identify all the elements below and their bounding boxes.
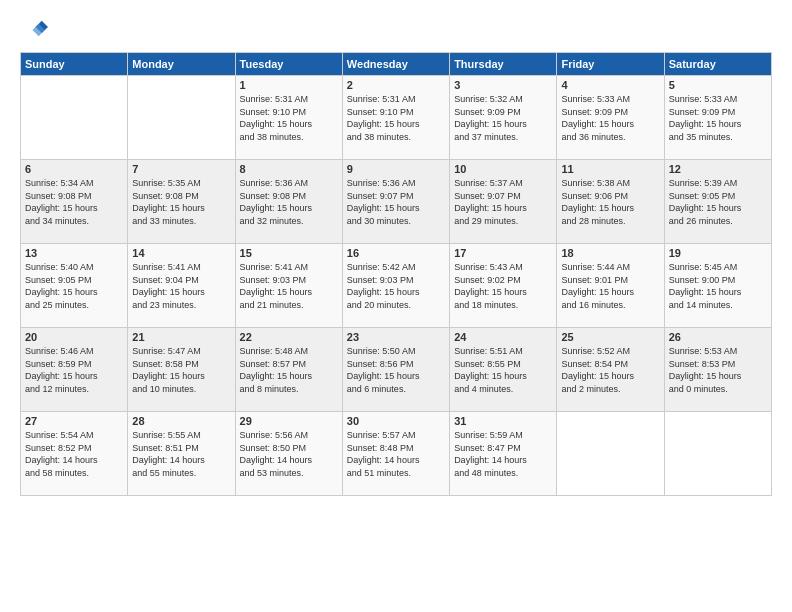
week-row-5: 27Sunrise: 5:54 AM Sunset: 8:52 PM Dayli… (21, 412, 772, 496)
day-info: Sunrise: 5:32 AM Sunset: 9:09 PM Dayligh… (454, 93, 552, 143)
logo-icon (20, 16, 48, 44)
day-info: Sunrise: 5:37 AM Sunset: 9:07 PM Dayligh… (454, 177, 552, 227)
day-number: 16 (347, 247, 445, 259)
header-day-wednesday: Wednesday (342, 53, 449, 76)
day-info: Sunrise: 5:31 AM Sunset: 9:10 PM Dayligh… (240, 93, 338, 143)
calendar-cell: 13Sunrise: 5:40 AM Sunset: 9:05 PM Dayli… (21, 244, 128, 328)
calendar-cell: 10Sunrise: 5:37 AM Sunset: 9:07 PM Dayli… (450, 160, 557, 244)
week-row-1: 1Sunrise: 5:31 AM Sunset: 9:10 PM Daylig… (21, 76, 772, 160)
calendar-page: SundayMondayTuesdayWednesdayThursdayFrid… (0, 0, 792, 612)
day-number: 4 (561, 79, 659, 91)
calendar-cell: 15Sunrise: 5:41 AM Sunset: 9:03 PM Dayli… (235, 244, 342, 328)
day-info: Sunrise: 5:52 AM Sunset: 8:54 PM Dayligh… (561, 345, 659, 395)
logo (20, 16, 52, 44)
day-info: Sunrise: 5:38 AM Sunset: 9:06 PM Dayligh… (561, 177, 659, 227)
day-info: Sunrise: 5:41 AM Sunset: 9:03 PM Dayligh… (240, 261, 338, 311)
header-day-saturday: Saturday (664, 53, 771, 76)
calendar-cell: 3Sunrise: 5:32 AM Sunset: 9:09 PM Daylig… (450, 76, 557, 160)
header-day-friday: Friday (557, 53, 664, 76)
day-number: 5 (669, 79, 767, 91)
calendar-cell: 18Sunrise: 5:44 AM Sunset: 9:01 PM Dayli… (557, 244, 664, 328)
day-number: 14 (132, 247, 230, 259)
day-info: Sunrise: 5:53 AM Sunset: 8:53 PM Dayligh… (669, 345, 767, 395)
day-number: 23 (347, 331, 445, 343)
day-number: 1 (240, 79, 338, 91)
day-info: Sunrise: 5:36 AM Sunset: 9:07 PM Dayligh… (347, 177, 445, 227)
calendar-cell (128, 76, 235, 160)
day-info: Sunrise: 5:55 AM Sunset: 8:51 PM Dayligh… (132, 429, 230, 479)
day-info: Sunrise: 5:51 AM Sunset: 8:55 PM Dayligh… (454, 345, 552, 395)
day-info: Sunrise: 5:36 AM Sunset: 9:08 PM Dayligh… (240, 177, 338, 227)
day-number: 21 (132, 331, 230, 343)
calendar-cell: 4Sunrise: 5:33 AM Sunset: 9:09 PM Daylig… (557, 76, 664, 160)
calendar-cell (664, 412, 771, 496)
day-number: 24 (454, 331, 552, 343)
header-day-monday: Monday (128, 53, 235, 76)
day-number: 3 (454, 79, 552, 91)
day-number: 13 (25, 247, 123, 259)
day-info: Sunrise: 5:48 AM Sunset: 8:57 PM Dayligh… (240, 345, 338, 395)
week-row-3: 13Sunrise: 5:40 AM Sunset: 9:05 PM Dayli… (21, 244, 772, 328)
day-info: Sunrise: 5:40 AM Sunset: 9:05 PM Dayligh… (25, 261, 123, 311)
day-number: 19 (669, 247, 767, 259)
day-number: 7 (132, 163, 230, 175)
calendar-cell: 17Sunrise: 5:43 AM Sunset: 9:02 PM Dayli… (450, 244, 557, 328)
day-number: 15 (240, 247, 338, 259)
calendar-cell: 31Sunrise: 5:59 AM Sunset: 8:47 PM Dayli… (450, 412, 557, 496)
day-info: Sunrise: 5:43 AM Sunset: 9:02 PM Dayligh… (454, 261, 552, 311)
calendar-cell: 22Sunrise: 5:48 AM Sunset: 8:57 PM Dayli… (235, 328, 342, 412)
header (20, 16, 772, 44)
day-number: 30 (347, 415, 445, 427)
calendar-cell: 12Sunrise: 5:39 AM Sunset: 9:05 PM Dayli… (664, 160, 771, 244)
day-info: Sunrise: 5:54 AM Sunset: 8:52 PM Dayligh… (25, 429, 123, 479)
calendar-table: SundayMondayTuesdayWednesdayThursdayFrid… (20, 52, 772, 496)
day-number: 26 (669, 331, 767, 343)
day-number: 18 (561, 247, 659, 259)
day-number: 8 (240, 163, 338, 175)
day-info: Sunrise: 5:39 AM Sunset: 9:05 PM Dayligh… (669, 177, 767, 227)
day-number: 22 (240, 331, 338, 343)
calendar-cell: 21Sunrise: 5:47 AM Sunset: 8:58 PM Dayli… (128, 328, 235, 412)
calendar-cell: 6Sunrise: 5:34 AM Sunset: 9:08 PM Daylig… (21, 160, 128, 244)
day-info: Sunrise: 5:35 AM Sunset: 9:08 PM Dayligh… (132, 177, 230, 227)
week-row-2: 6Sunrise: 5:34 AM Sunset: 9:08 PM Daylig… (21, 160, 772, 244)
day-info: Sunrise: 5:47 AM Sunset: 8:58 PM Dayligh… (132, 345, 230, 395)
day-info: Sunrise: 5:59 AM Sunset: 8:47 PM Dayligh… (454, 429, 552, 479)
day-number: 6 (25, 163, 123, 175)
day-number: 17 (454, 247, 552, 259)
day-info: Sunrise: 5:50 AM Sunset: 8:56 PM Dayligh… (347, 345, 445, 395)
calendar-cell: 7Sunrise: 5:35 AM Sunset: 9:08 PM Daylig… (128, 160, 235, 244)
calendar-cell: 5Sunrise: 5:33 AM Sunset: 9:09 PM Daylig… (664, 76, 771, 160)
day-number: 12 (669, 163, 767, 175)
day-info: Sunrise: 5:42 AM Sunset: 9:03 PM Dayligh… (347, 261, 445, 311)
day-info: Sunrise: 5:33 AM Sunset: 9:09 PM Dayligh… (669, 93, 767, 143)
calendar-cell: 2Sunrise: 5:31 AM Sunset: 9:10 PM Daylig… (342, 76, 449, 160)
calendar-cell: 8Sunrise: 5:36 AM Sunset: 9:08 PM Daylig… (235, 160, 342, 244)
calendar-cell: 11Sunrise: 5:38 AM Sunset: 9:06 PM Dayli… (557, 160, 664, 244)
day-info: Sunrise: 5:57 AM Sunset: 8:48 PM Dayligh… (347, 429, 445, 479)
header-day-thursday: Thursday (450, 53, 557, 76)
day-number: 20 (25, 331, 123, 343)
day-info: Sunrise: 5:34 AM Sunset: 9:08 PM Dayligh… (25, 177, 123, 227)
calendar-cell: 16Sunrise: 5:42 AM Sunset: 9:03 PM Dayli… (342, 244, 449, 328)
calendar-cell (557, 412, 664, 496)
day-number: 9 (347, 163, 445, 175)
calendar-cell: 27Sunrise: 5:54 AM Sunset: 8:52 PM Dayli… (21, 412, 128, 496)
day-info: Sunrise: 5:56 AM Sunset: 8:50 PM Dayligh… (240, 429, 338, 479)
day-number: 25 (561, 331, 659, 343)
day-number: 29 (240, 415, 338, 427)
header-day-tuesday: Tuesday (235, 53, 342, 76)
day-number: 10 (454, 163, 552, 175)
day-number: 27 (25, 415, 123, 427)
day-info: Sunrise: 5:45 AM Sunset: 9:00 PM Dayligh… (669, 261, 767, 311)
day-info: Sunrise: 5:44 AM Sunset: 9:01 PM Dayligh… (561, 261, 659, 311)
day-info: Sunrise: 5:41 AM Sunset: 9:04 PM Dayligh… (132, 261, 230, 311)
day-number: 2 (347, 79, 445, 91)
calendar-cell: 20Sunrise: 5:46 AM Sunset: 8:59 PM Dayli… (21, 328, 128, 412)
calendar-cell: 1Sunrise: 5:31 AM Sunset: 9:10 PM Daylig… (235, 76, 342, 160)
calendar-cell: 19Sunrise: 5:45 AM Sunset: 9:00 PM Dayli… (664, 244, 771, 328)
calendar-cell: 24Sunrise: 5:51 AM Sunset: 8:55 PM Dayli… (450, 328, 557, 412)
day-info: Sunrise: 5:46 AM Sunset: 8:59 PM Dayligh… (25, 345, 123, 395)
day-number: 31 (454, 415, 552, 427)
day-number: 28 (132, 415, 230, 427)
